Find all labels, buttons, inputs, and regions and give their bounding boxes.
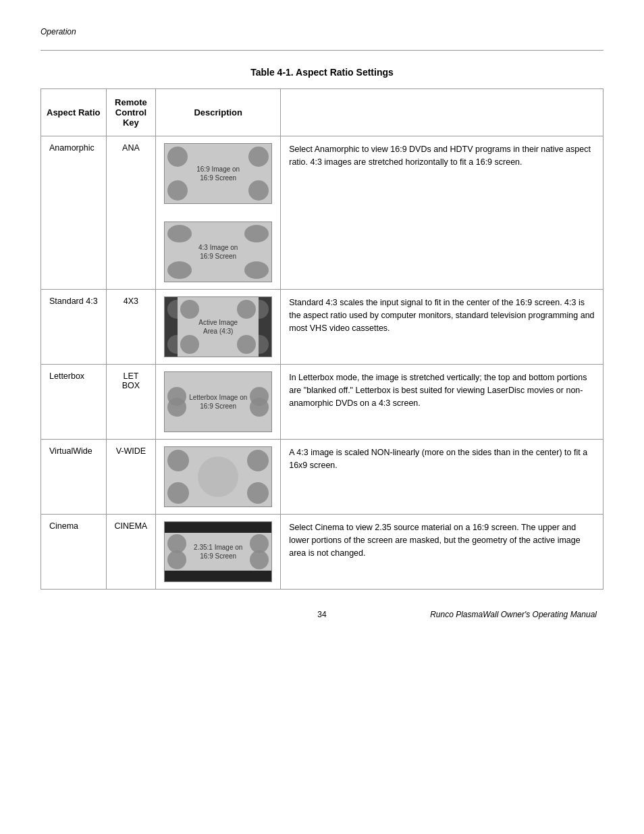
- table-row: VirtualWide V-WIDE A 4:3 image is scaled…: [41, 440, 603, 515]
- remote-key-4x3: 4X3: [106, 290, 156, 365]
- table-row: Letterbox LETBOX Letterbox Image on16:9 …: [41, 365, 603, 440]
- corner-circle: [167, 482, 189, 504]
- top-divider: [41, 50, 603, 51]
- screen-standard4x3: Active ImageArea (4:3): [164, 296, 272, 357]
- corner-circle: [167, 550, 186, 569]
- col-header-description: Description: [156, 89, 281, 136]
- remote-key-cinema: CINEMA: [106, 515, 156, 590]
- ratio-name-virtualwide: VirtualWide: [41, 440, 107, 515]
- description-letterbox: In Letterbox mode, the image is stretche…: [281, 365, 603, 440]
- corner-circle: [244, 261, 269, 279]
- remote-key-vwide: V-WIDE: [106, 440, 156, 515]
- illustration-letterbox: Letterbox Image on16:9 Screen: [156, 365, 281, 440]
- ratio-name-letterbox: Letterbox: [41, 365, 107, 440]
- corner-circle: [237, 300, 256, 319]
- table-row: Cinema CINEMA 2.35:1 Image on16:9 Screen…: [41, 515, 603, 590]
- description-standard4x3: Standard 4:3 scales the input signal to …: [281, 290, 603, 365]
- corner-circle: [167, 180, 188, 201]
- corner-circle: [167, 147, 188, 167]
- illustration-anamorphic: 16:9 Image on16:9 Screen 4:3 Image on16:…: [156, 136, 281, 290]
- breadcrumb: Operation: [41, 27, 603, 36]
- screen-virtualwide: [164, 446, 272, 507]
- screen-label: 4:3 Image on16:9 Screen: [198, 243, 238, 261]
- table-row: Anamorphic ANA 16:9 Image on16:9 Screen: [41, 136, 603, 290]
- col-header-aspect-ratio: Aspect Ratio: [41, 89, 107, 136]
- corner-circle: [248, 180, 269, 201]
- corner-circle: [250, 398, 269, 417]
- ratio-name-standard4x3: Standard 4:3: [41, 290, 107, 365]
- screen-label: Active ImageArea (4:3): [198, 318, 238, 336]
- ratio-name-cinema: Cinema: [41, 515, 107, 590]
- remote-key-letterbox: LETBOX: [106, 365, 156, 440]
- inner-4x3-area: Active ImageArea (4:3): [178, 297, 259, 357]
- screen-label: Letterbox Image on16:9 Screen: [189, 393, 247, 411]
- description-cinema: Select Cinema to view 2.35 source materi…: [281, 515, 603, 590]
- illustration-standard4x3: Active ImageArea (4:3): [156, 290, 281, 365]
- letterbox-bottom-bar: [165, 418, 271, 432]
- cinema-top-bar: [165, 522, 271, 533]
- corner-circle: [250, 550, 269, 569]
- ratio-name-anamorphic: Anamorphic: [41, 136, 107, 290]
- corner-circle: [248, 147, 269, 167]
- corner-circle: [247, 450, 269, 471]
- screen-label: 16:9 Image on16:9 Screen: [196, 165, 240, 182]
- corner-circle: [237, 335, 256, 354]
- table-row: Standard 4:3 4X3: [41, 290, 603, 365]
- corner-circle: [244, 225, 269, 242]
- corner-circle: [167, 261, 192, 279]
- corner-circle: [167, 450, 189, 471]
- corner-circle: [167, 398, 186, 417]
- letterbox-top-bar: [165, 372, 271, 386]
- screen-anamorphic-bottom: 4:3 Image on16:9 Screen: [164, 221, 272, 282]
- footer: 34 Runco PlasmaWall Owner's Operating Ma…: [41, 610, 603, 619]
- screen-cinema: 2.35:1 Image on16:9 Screen: [164, 521, 272, 582]
- corner-circle: [247, 482, 269, 504]
- corner-circle: [180, 300, 199, 319]
- table-title: Table 4-1. Aspect Ratio Settings: [41, 67, 603, 78]
- illustration-cinema: 2.35:1 Image on16:9 Screen: [156, 515, 281, 590]
- screen-label: 2.35:1 Image on16:9 Screen: [194, 543, 242, 561]
- aspect-ratio-table: Aspect Ratio RemoteControlKey Descriptio…: [41, 88, 603, 590]
- center-circle: [198, 457, 238, 497]
- description-virtualwide: A 4:3 image is scaled NON-linearly (more…: [281, 440, 603, 515]
- col-header-remote-key: RemoteControlKey: [106, 89, 156, 136]
- remote-key-ana: ANA: [106, 136, 156, 290]
- screen-letterbox: Letterbox Image on16:9 Screen: [164, 371, 272, 432]
- corner-circle: [167, 225, 192, 242]
- corner-circle: [180, 335, 199, 354]
- footer-brand: Runco PlasmaWall Owner's Operating Manua…: [414, 610, 597, 619]
- page: Operation Table 4-1. Aspect Ratio Settin…: [0, 0, 644, 646]
- page-number: 34: [230, 610, 413, 619]
- description-anamorphic: Select Anamorphic to view 16:9 DVDs and …: [281, 136, 603, 290]
- cinema-bottom-bar: [165, 571, 271, 581]
- screen-anamorphic-top: 16:9 Image on16:9 Screen: [164, 143, 272, 204]
- illustration-virtualwide: [156, 440, 281, 515]
